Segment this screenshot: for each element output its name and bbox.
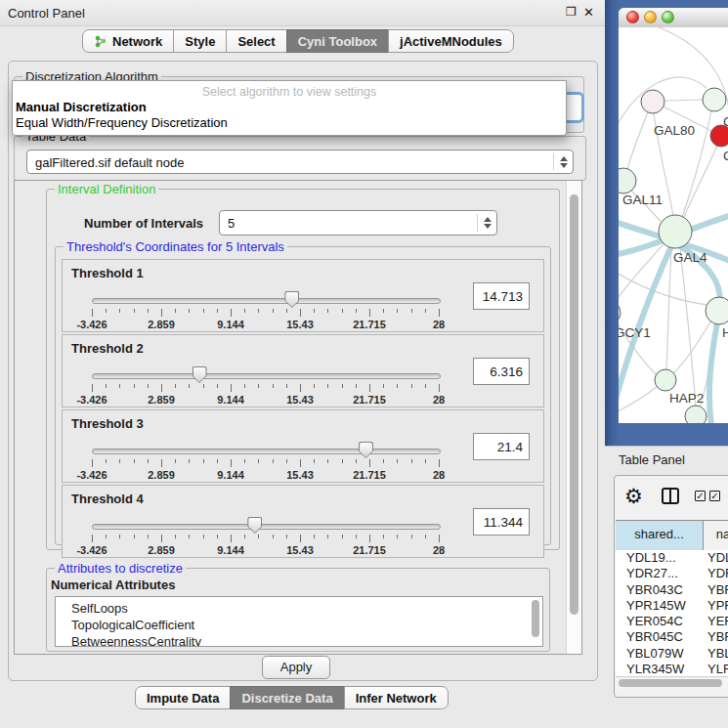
attribute-list-item[interactable]: BetweennessCentrality [56, 633, 542, 647]
table-row[interactable]: YER054CYER0 [616, 614, 728, 629]
cell-shared-name[interactable]: YPR145W [616, 598, 704, 614]
table-row[interactable]: YDL19...YDL1 [616, 550, 728, 566]
tab-select[interactable]: Select [226, 29, 286, 53]
tick-mark [300, 309, 301, 317]
network-edge[interactable] [664, 100, 703, 101]
table-row[interactable]: YPR145WYPR1 [616, 598, 728, 614]
cell-shared-name[interactable]: YBL079W [616, 646, 704, 662]
cell-name[interactable]: YER0 [704, 614, 728, 629]
network-edge[interactable] [666, 248, 671, 370]
horizontal-scrollbar-thumb[interactable] [619, 679, 722, 687]
network-edge[interactable] [627, 112, 648, 170]
cell-shared-name[interactable]: YBR043C [616, 582, 704, 598]
table-row[interactable]: YBR043CYBR0 [616, 582, 728, 598]
tab-infer-network[interactable]: Infer Network [344, 686, 449, 709]
network-window-titlebar[interactable] [619, 8, 728, 28]
threshold-2-slider-handle[interactable] [193, 366, 207, 383]
network-graph[interactable]: GAL80GACGAL11GAL4GCY1HHAP2 [619, 27, 728, 423]
threshold-4-slider[interactable] [92, 524, 441, 530]
tick-mark [342, 459, 343, 463]
table-row[interactable]: YBL079WYBL0 [616, 646, 728, 662]
tab-style[interactable]: Style [173, 29, 227, 53]
cell-name[interactable]: YBR0 [704, 582, 728, 598]
table-row[interactable]: YBR045CYBR0 [616, 629, 728, 645]
popup-option-manual-discretization[interactable]: Manual Discretization [16, 100, 147, 115]
network-node[interactable] [659, 215, 692, 248]
apply-button[interactable]: Apply [262, 656, 330, 679]
network-node[interactable] [710, 125, 728, 147]
threshold-2-slider[interactable] [92, 373, 441, 379]
threshold-3-slider-handle[interactable] [359, 442, 373, 458]
tab-jactivemnodules[interactable]: jActiveMNodules [388, 29, 514, 53]
attribute-list-item[interactable]: TopologicalCoefficient [56, 617, 542, 633]
threshold-1-slider[interactable] [92, 298, 441, 304]
attribute-list-item[interactable]: SelfLoops [56, 600, 542, 617]
cell-shared-name[interactable]: YLR345W [616, 662, 704, 676]
cell-name[interactable]: YDL1 [704, 550, 728, 566]
tick-mark [327, 309, 328, 313]
column-header-shared-name[interactable]: shared... [616, 521, 704, 550]
checked-checkbox-icon[interactable]: ✓ [709, 491, 720, 501]
tab-cyni-toolbox[interactable]: Cyni Toolbox [286, 29, 389, 53]
threshold-1-value-field[interactable]: 14.713 [473, 282, 530, 310]
cell-name[interactable]: YBL0 [704, 646, 728, 662]
network-node[interactable] [619, 168, 636, 193]
column-header-name[interactable]: na [704, 521, 728, 550]
cell-shared-name[interactable]: YDL19... [616, 550, 704, 566]
network-node[interactable] [641, 90, 664, 113]
cell-name[interactable]: YDR2 [704, 566, 728, 581]
threshold-4-ticks [63, 535, 543, 543]
tab-select-label: Select [237, 34, 275, 49]
network-node[interactable] [706, 297, 728, 324]
spinner-icon[interactable] [483, 217, 492, 229]
tab-discretize-data[interactable]: Discretize Data [230, 686, 344, 709]
minimize-traffic-light-icon[interactable] [644, 11, 657, 23]
popup-option-equal-width-frequency[interactable]: Equal Width/Frequency Discretization [16, 115, 228, 131]
number-of-intervals-combobox[interactable]: 5 [219, 210, 497, 236]
vertical-scrollbar-thumb[interactable] [570, 194, 578, 615]
close-traffic-light-icon[interactable] [626, 11, 639, 23]
network-node[interactable] [655, 369, 676, 391]
threshold-2-value-field[interactable]: 6.316 [473, 358, 530, 385]
tab-impute-data[interactable]: Impute Data [135, 686, 231, 709]
split-columns-icon[interactable] [662, 488, 679, 504]
spinner-icon[interactable] [559, 156, 568, 168]
threshold-1-slider-handle[interactable] [284, 291, 299, 308]
cell-name[interactable]: YPR1 [704, 598, 728, 614]
network-view-canvas[interactable]: GAL80GACGAL11GAL4GCY1HHAP2 [619, 27, 728, 423]
gear-icon[interactable]: ⚙ [624, 484, 643, 509]
tick-label: 9.144 [217, 544, 244, 556]
cell-shared-name[interactable]: YER054C [616, 614, 704, 629]
threshold-4-value-field[interactable]: 11.344 [473, 508, 530, 535]
horizontal-scrollbar[interactable] [616, 676, 728, 689]
checked-checkbox-icon[interactable]: ✓ [695, 491, 706, 501]
list-scrollbar[interactable] [532, 600, 539, 637]
zoom-traffic-light-icon[interactable] [662, 11, 674, 23]
network-edge[interactable] [619, 268, 716, 306]
table-data-group: Table Data galFiltered.sif default node [14, 136, 586, 181]
vertical-scrollbar[interactable] [566, 181, 581, 654]
threshold-4-slider-handle[interactable] [247, 517, 262, 534]
numerical-attributes-list[interactable]: SelfLoopsTopologicalCoefficientBetweenne… [55, 596, 543, 647]
network-edge-thick[interactable] [709, 322, 717, 423]
table-row[interactable]: YDR27...YDR2 [616, 566, 728, 581]
table-data-combobox[interactable]: galFiltered.sif default node [26, 150, 574, 174]
tick-mark [244, 535, 245, 538]
tick-label: 28 [433, 469, 445, 481]
cell-name[interactable]: YLR3 [704, 662, 728, 676]
close-icon[interactable]: ✕ [583, 5, 594, 20]
table-row[interactable]: YLR345WYLR3 [616, 662, 728, 676]
tab-network[interactable]: Network [82, 29, 174, 53]
network-node[interactable] [703, 88, 726, 111]
network-node[interactable] [619, 300, 621, 325]
float-icon[interactable]: ❐ [566, 5, 577, 19]
tick-mark [175, 535, 176, 538]
network-edge[interactable] [680, 248, 696, 407]
network-node[interactable] [685, 406, 707, 423]
cell-name[interactable]: YBR0 [704, 629, 728, 645]
threshold-3-slider[interactable] [92, 449, 441, 454]
cell-shared-name[interactable]: YDR27... [616, 566, 704, 581]
threshold-3-value-field[interactable]: 21.4 [473, 433, 530, 460]
cell-shared-name[interactable]: YBR045C [616, 629, 704, 645]
network-edge[interactable] [619, 386, 658, 414]
